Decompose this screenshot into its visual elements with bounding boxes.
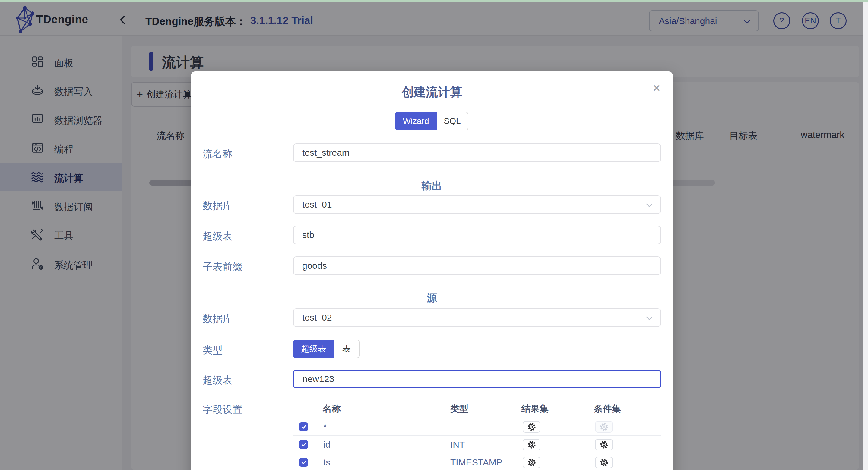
src-database-value: test_02 xyxy=(302,312,332,323)
stream-name-input[interactable]: test_stream xyxy=(293,143,661,162)
out-stable-input[interactable]: stb xyxy=(293,226,661,244)
out-database-label: 数据库 xyxy=(203,199,232,213)
field-row: ts TIMESTAMP xyxy=(293,454,661,470)
type-option-table[interactable]: 表 xyxy=(334,340,360,358)
resultset-gear-button[interactable] xyxy=(523,421,540,433)
chevron-down-icon xyxy=(646,316,653,321)
out-database-select[interactable]: test_01 xyxy=(293,195,661,214)
field-checkbox[interactable] xyxy=(299,440,308,449)
section-output: 输出 xyxy=(191,179,673,193)
field-checkbox[interactable] xyxy=(299,458,308,467)
out-stable-label: 超级表 xyxy=(203,230,232,243)
conditionset-gear-button[interactable] xyxy=(595,457,613,468)
subtable-prefix-value: goods xyxy=(302,261,327,271)
subtable-prefix-input[interactable]: goods xyxy=(293,257,661,275)
out-stable-value: stb xyxy=(302,230,314,240)
resultset-gear-button[interactable] xyxy=(523,439,540,450)
check-icon xyxy=(301,424,307,430)
mode-tabs: Wizard SQL xyxy=(395,112,468,130)
modal-title: 创建流计算 xyxy=(191,84,673,100)
vertical-scrollbar-track[interactable] xyxy=(863,2,868,470)
field-row: id INT xyxy=(293,436,661,454)
src-stable-value: new123 xyxy=(303,374,334,384)
section-source: 源 xyxy=(191,291,673,305)
src-stable-label: 超级表 xyxy=(203,374,232,387)
src-type-label: 类型 xyxy=(203,343,223,357)
chevron-down-icon xyxy=(646,203,653,208)
stream-name-value: test_stream xyxy=(302,147,349,158)
fields-header-resultset: 结果集 xyxy=(522,403,549,415)
conditionset-gear-button-disabled xyxy=(595,421,613,433)
fields-header-type: 类型 xyxy=(450,403,468,415)
src-database-label: 数据库 xyxy=(203,312,232,326)
field-type: INT xyxy=(450,440,465,450)
stream-name-label: 流名称 xyxy=(203,147,232,161)
src-database-select[interactable]: test_02 xyxy=(293,308,661,327)
tab-wizard[interactable]: Wizard xyxy=(395,112,437,130)
fields-setting-label: 字段设置 xyxy=(203,403,243,416)
out-database-value: test_01 xyxy=(302,199,332,210)
subtable-prefix-label: 子表前缀 xyxy=(203,260,243,274)
field-name: ts xyxy=(323,457,330,468)
resultset-gear-button[interactable] xyxy=(523,457,540,468)
create-stream-modal: 创建流计算 × Wizard SQL 流名称 test_stream 输出 数据… xyxy=(191,71,673,470)
fields-header-name: 名称 xyxy=(323,403,341,415)
field-name: * xyxy=(323,422,327,432)
src-stable-input[interactable]: new123 xyxy=(293,370,661,388)
src-type-toggle: 超级表 表 xyxy=(293,340,360,358)
field-name: id xyxy=(323,440,330,450)
field-type: TIMESTAMP xyxy=(450,457,502,468)
check-icon xyxy=(301,460,307,466)
fields-header-conditionset: 条件集 xyxy=(594,403,621,415)
browser-top-strip xyxy=(0,0,868,2)
tab-sql[interactable]: SQL xyxy=(437,112,468,130)
check-icon xyxy=(301,442,307,448)
conditionset-gear-button[interactable] xyxy=(595,439,613,450)
close-icon[interactable]: × xyxy=(650,82,663,95)
field-row: * xyxy=(293,418,661,436)
field-checkbox[interactable] xyxy=(299,423,308,431)
type-option-stable[interactable]: 超级表 xyxy=(293,340,334,358)
